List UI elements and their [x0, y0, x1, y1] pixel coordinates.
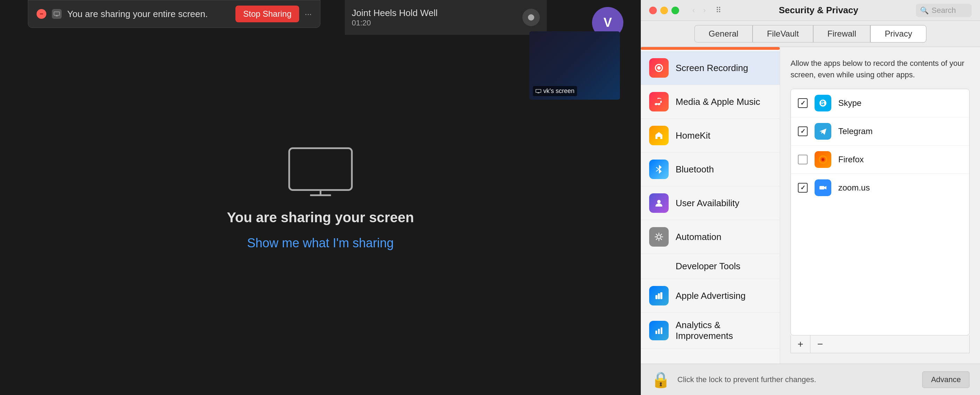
homekit-icon [649, 126, 669, 145]
svg-rect-0 [54, 12, 60, 15]
sidebar-item-apple-advertising[interactable]: Apple Advertising [641, 279, 780, 313]
svg-rect-24 [660, 292, 662, 299]
screen-thumb-label: vk's screen [533, 86, 577, 96]
svg-rect-22 [655, 295, 657, 299]
remove-app-button[interactable]: − [810, 335, 830, 353]
search-area[interactable]: 🔍 Search [916, 4, 972, 17]
sidebar-item-homekit[interactable]: HomeKit [641, 119, 780, 153]
telegram-checkbox[interactable] [798, 126, 808, 136]
svg-rect-25 [655, 331, 657, 334]
media-music-icon [649, 92, 669, 111]
screen-share-icon [52, 9, 62, 19]
list-item: Telegram [791, 117, 969, 146]
firefox-icon [815, 151, 831, 168]
search-placeholder: Search [932, 6, 956, 15]
window-close-button[interactable] [649, 6, 657, 14]
sidebar-label-media-music: Media & Apple Music [676, 97, 760, 107]
track-time: 01:20 [352, 19, 515, 27]
sharing-bar-text: You are sharing your entire screen. [67, 9, 230, 19]
screen-thumb-text: vk's screen [543, 88, 574, 95]
stop-sharing-button[interactable]: Stop Sharing [235, 6, 299, 22]
svg-point-13 [657, 235, 661, 239]
main-content: Screen Recording Media & Apple Music Hom… [641, 47, 980, 364]
sidebar-item-automation[interactable]: Automation [641, 220, 780, 254]
sidebar-label-homekit: HomeKit [676, 130, 710, 141]
apple-advertising-icon [649, 286, 669, 306]
sidebar-label-developer-tools: Developer Tools [649, 261, 740, 272]
music-control-button[interactable] [522, 9, 540, 26]
detail-description: Allow the apps below to record the conte… [791, 57, 970, 80]
lock-bar: 🔒 Click the lock to prevent further chan… [641, 364, 980, 395]
screen-thumbnail: vk's screen [529, 31, 620, 100]
skype-checkbox[interactable] [798, 98, 808, 108]
skype-name: Skype [838, 98, 862, 108]
lock-icon[interactable]: 🔒 [651, 371, 670, 389]
title-bar: ‹ › ⠿ Security & Privacy 🔍 Search [641, 0, 980, 21]
svg-rect-31 [819, 186, 824, 190]
window-minimize-button[interactable] [660, 6, 668, 14]
sidebar-item-analytics[interactable]: Analytics & Improvements [641, 313, 780, 349]
nav-arrows: ‹ › [690, 5, 709, 16]
svg-point-30 [821, 158, 824, 161]
svg-point-11 [657, 66, 661, 70]
tab-general[interactable]: General [694, 25, 752, 43]
svg-rect-23 [658, 293, 660, 299]
app-list: Skype Telegram [791, 89, 970, 335]
right-panel: ‹ › ⠿ Security & Privacy 🔍 Search Genera… [641, 0, 980, 395]
telegram-name: Telegram [838, 126, 873, 136]
lock-text: Click the lock to prevent further change… [677, 375, 915, 384]
list-item: zoom.us [791, 174, 969, 202]
app-grid-icon[interactable]: ⠿ [716, 6, 721, 15]
tab-firewall[interactable]: Firewall [813, 25, 871, 43]
svg-rect-26 [658, 329, 660, 334]
sharing-bar-close-button[interactable] [37, 9, 46, 19]
sidebar-label-analytics: Analytics & Improvements [676, 320, 772, 341]
sidebar-item-user-availability[interactable]: User Availability [641, 186, 780, 220]
advanced-button[interactable]: Advance [922, 371, 970, 388]
sidebar-list: Screen Recording Media & Apple Music Hom… [641, 47, 780, 364]
window-maximize-button[interactable] [671, 6, 679, 14]
sidebar-label-bluetooth: Bluetooth [676, 164, 714, 175]
detail-panel: Allow the apps below to record the conte… [780, 47, 980, 364]
music-track-info: Joint Heels Hold Well 01:20 [352, 8, 515, 27]
svg-line-21 [661, 234, 662, 236]
track-title: Joint Heels Hold Well [352, 8, 515, 19]
svg-rect-27 [661, 327, 662, 334]
zoom-icon [815, 179, 831, 196]
sidebar-item-developer-tools[interactable]: Developer Tools [641, 254, 780, 279]
sharing-bar: You are sharing your entire screen. Stop… [28, 0, 320, 28]
nav-back-button[interactable]: ‹ [690, 5, 698, 16]
user-availability-icon [649, 193, 669, 213]
list-item: Skype [791, 89, 969, 117]
svg-rect-7 [289, 148, 352, 190]
firefox-checkbox[interactable] [798, 154, 808, 164]
zoom-name: zoom.us [838, 183, 870, 193]
tab-privacy[interactable]: Privacy [870, 25, 926, 43]
nav-forward-button[interactable]: › [700, 5, 708, 16]
sidebar-label-user-availability: User Availability [676, 198, 739, 209]
analytics-icon [649, 321, 669, 340]
sidebar-item-media-music[interactable]: Media & Apple Music [641, 85, 780, 119]
left-panel: You are sharing your entire screen. Stop… [0, 0, 641, 395]
sidebar-label-screen-recording: Screen Recording [676, 63, 748, 73]
window-controls [649, 6, 679, 14]
zoom-checkbox[interactable] [798, 183, 808, 193]
automation-icon [649, 227, 669, 247]
sharing-bar-more-button[interactable]: ··· [305, 9, 312, 19]
bluetooth-icon [649, 159, 669, 179]
list-item: Firefox [791, 146, 969, 174]
show-sharing-link[interactable]: Show me what I'm sharing [247, 236, 393, 250]
telegram-icon [815, 123, 831, 140]
add-app-button[interactable]: + [791, 335, 810, 353]
svg-line-19 [661, 239, 662, 240]
tab-filevault[interactable]: FileVault [752, 25, 813, 43]
add-remove-bar: + − [791, 335, 970, 353]
sidebar-label-apple-advertising: Apple Advertising [676, 290, 746, 301]
search-icon: 🔍 [920, 6, 929, 14]
music-player: Joint Heels Hold Well 01:20 [345, 0, 547, 35]
sidebar-item-screen-recording[interactable]: Screen Recording [641, 51, 780, 85]
firefox-name: Firefox [838, 154, 864, 164]
sidebar-item-bluetooth[interactable]: Bluetooth [641, 153, 780, 186]
svg-rect-4 [536, 89, 541, 92]
sidebar-label-automation: Automation [676, 232, 722, 242]
